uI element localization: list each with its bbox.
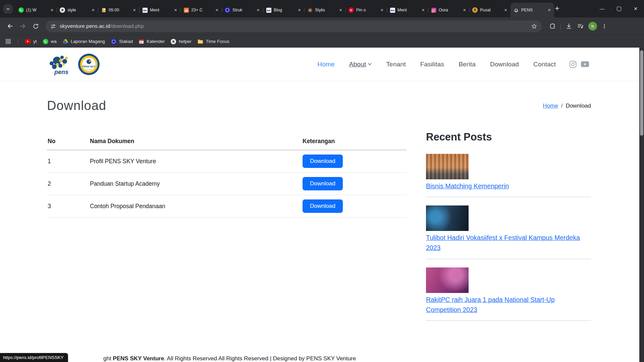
tab-title: Ment xyxy=(397,8,418,12)
apps-grid-icon[interactable] xyxy=(5,39,11,44)
page-scrollbar[interactable] xyxy=(639,48,644,362)
reload-button[interactable] xyxy=(30,21,41,32)
doc-number: 2 xyxy=(47,173,89,195)
documents-table: No Nama Dokumen Keterangan 1 Profil PENS… xyxy=(47,134,407,218)
gold-badge-icon xyxy=(472,7,478,13)
bookmark-label: helper xyxy=(179,39,192,44)
site-logos[interactable]: pens PENS SKY venture xyxy=(47,53,100,75)
browser-tab[interactable]: 05:00 ✕ xyxy=(98,3,139,17)
post-link[interactable]: RakitPC raih Juara 1 pada National Start… xyxy=(426,295,591,315)
svg-text:pens: pens xyxy=(54,69,68,75)
browser-tab[interactable]: P Pin o ✕ xyxy=(345,3,387,17)
nav-tenant[interactable]: Tenant xyxy=(386,61,406,68)
nav-fasilitas[interactable]: Fasilitas xyxy=(420,61,444,68)
tab-close-icon[interactable]: ✕ xyxy=(297,7,302,13)
extensions-icon[interactable] xyxy=(549,23,556,29)
back-button[interactable] xyxy=(5,21,15,32)
bookmark-siakad[interactable]: Siakad xyxy=(111,39,133,44)
instagram-icon xyxy=(431,7,436,13)
close-window-button[interactable]: ✕ xyxy=(627,0,644,17)
site-header: pens PENS SKY venture Home About xyxy=(0,48,639,81)
tab-close-icon[interactable]: ✕ xyxy=(49,7,55,13)
media-playlist-icon[interactable] xyxy=(577,23,584,29)
browser-tab[interactable]: (1) W ✕ xyxy=(15,3,57,17)
bookmarks-divider xyxy=(18,39,18,44)
browser-tab[interactable]: Stylis ✕ xyxy=(304,3,345,17)
maximize-button[interactable] xyxy=(610,0,627,17)
tab-close-icon[interactable]: ✕ xyxy=(173,7,178,13)
youtube-icon xyxy=(25,39,31,44)
nav-home[interactable]: Home xyxy=(317,61,334,68)
post-link[interactable]: Tulibot Hadiri Vokasiifest x Festival Ka… xyxy=(426,233,591,253)
browser-tab[interactable]: BIK Ment ✕ xyxy=(139,3,180,17)
nav-about[interactable]: About xyxy=(349,61,372,68)
minimize-button[interactable]: — xyxy=(594,0,610,17)
bookmark-star-icon[interactable] xyxy=(531,23,537,29)
site-settings-icon[interactable] xyxy=(50,23,56,29)
folder-icon xyxy=(198,39,203,44)
post-thumbnail[interactable] xyxy=(426,267,469,293)
tab-close-icon[interactable]: ✕ xyxy=(503,7,508,13)
youtube-icon[interactable] xyxy=(581,61,589,67)
download-button[interactable]: Download xyxy=(303,155,343,168)
download-button[interactable]: Download xyxy=(303,199,343,213)
download-button[interactable]: Download xyxy=(303,177,343,190)
breadcrumb-home-link[interactable]: Home xyxy=(543,103,558,109)
tab-close-icon[interactable]: ✕ xyxy=(420,7,426,13)
browser-tab[interactable]: Oora ✕ xyxy=(428,3,469,17)
nav-berita[interactable]: Berita xyxy=(459,61,476,68)
browser-tab[interactable]: BIK Blog ✕ xyxy=(263,3,304,17)
nav-download[interactable]: Download xyxy=(490,61,519,68)
post-divider xyxy=(426,320,591,321)
tab-close-icon[interactable]: ✕ xyxy=(131,7,137,13)
pinterest-icon: P xyxy=(348,7,354,13)
breadcrumb-separator: / xyxy=(561,103,563,109)
post-thumbnail[interactable] xyxy=(426,205,469,231)
tab-search-button[interactable] xyxy=(3,4,13,14)
tab-close-icon[interactable]: ✕ xyxy=(255,7,261,13)
tab-title: Stylis xyxy=(315,8,335,12)
browser-tab[interactable]: style ✕ xyxy=(57,3,98,17)
scrollbar-thumb[interactable] xyxy=(640,50,643,136)
tab-close-icon[interactable]: ✕ xyxy=(214,7,220,13)
bookmark-time-focus[interactable]: Time Focus xyxy=(198,39,229,44)
browser-tab-bar: (1) W ✕ style ✕ 05:00 ✕ BIK Ment ✕ 23+ C… xyxy=(0,0,644,17)
profile-avatar[interactable]: h xyxy=(588,22,597,31)
bookmark-yt[interactable]: yt xyxy=(25,39,37,44)
menu-kebab-icon[interactable] xyxy=(602,23,607,29)
bookmark-label: yt xyxy=(33,39,37,44)
bookmark-wa[interactable]: wa xyxy=(43,39,57,44)
nav-contact[interactable]: Contact xyxy=(533,61,556,68)
browser-tab[interactable]: Struk ✕ xyxy=(222,3,263,17)
downloads-icon[interactable] xyxy=(566,23,572,29)
doc-number: 1 xyxy=(47,150,89,173)
tab-close-icon[interactable]: ✕ xyxy=(90,7,96,13)
table-row: 3 Contoh Proposal Pendanaan Download xyxy=(47,195,407,218)
tab-close-icon[interactable]: ✕ xyxy=(338,7,343,13)
tab-close-icon[interactable]: ✕ xyxy=(462,7,467,13)
tab-title: Pusat xyxy=(480,8,500,12)
pens-sky-icon xyxy=(514,7,519,13)
browser-tab-active[interactable]: PENS ✕ xyxy=(511,3,554,17)
svg-text:BIK: BIK xyxy=(267,9,271,11)
bookmark-laporan-magang[interactable]: Laporan Magang xyxy=(63,39,105,44)
browser-tab[interactable]: Pusat ✕ xyxy=(469,3,511,17)
forward-button[interactable] xyxy=(17,21,28,32)
bookmark-label: Siakad xyxy=(119,39,133,44)
address-bar[interactable]: skyventure.pens.ac.id/download.php xyxy=(46,20,542,32)
bik-site-icon: BIK xyxy=(390,7,395,13)
bookmark-helper[interactable]: helper xyxy=(171,39,192,44)
breadcrumb: Home / Download xyxy=(543,103,591,109)
post-thumbnail[interactable] xyxy=(426,154,469,179)
new-tab-button[interactable]: + xyxy=(552,3,562,13)
instagram-icon[interactable] xyxy=(569,61,577,68)
bookmark-kalender[interactable]: Kalender xyxy=(139,39,165,44)
tab-close-icon[interactable]: ✕ xyxy=(546,7,552,13)
browser-tab[interactable]: BIK Ment ✕ xyxy=(387,3,428,17)
tab-title: Blog xyxy=(274,8,294,12)
tab-close-icon[interactable]: ✕ xyxy=(379,7,385,13)
bookmarks-bar: yt wa Laporan Magang Siakad Kalender hel… xyxy=(0,35,644,48)
post-link[interactable]: Bisnis Matching Kemenperin xyxy=(426,181,591,191)
browser-tab[interactable]: 23+ C ✕ xyxy=(180,3,222,17)
recent-post: Bisnis Matching Kemenperin xyxy=(426,154,591,191)
